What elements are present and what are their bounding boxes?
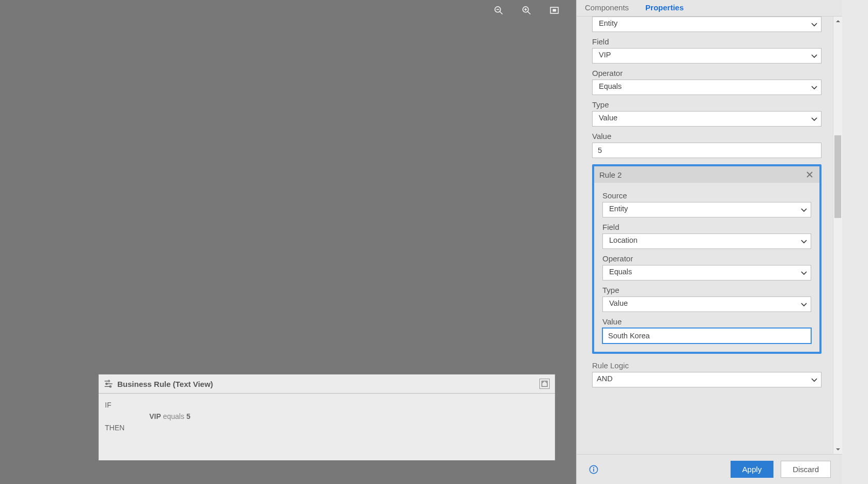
svg-point-19: [593, 467, 594, 468]
rule2-operator-select[interactable]: Equals: [602, 265, 811, 280]
condition-line: VIP equals 5: [149, 412, 549, 420]
side-panel: Components Properties Entity Field VIP O…: [576, 0, 842, 484]
rule-logic-value: AND: [597, 374, 613, 383]
then-keyword: THEN: [105, 424, 125, 432]
canvas-toolbar: [492, 4, 561, 17]
designer-canvas[interactable]: Business Rule (Text View) IF VIP equals …: [0, 0, 576, 484]
rule2-operator-label: Operator: [602, 254, 811, 263]
discard-button[interactable]: Discard: [781, 461, 831, 478]
business-rule-text-view-panel: Business Rule (Text View) IF VIP equals …: [98, 374, 555, 461]
tab-properties[interactable]: Properties: [637, 0, 692, 16]
rule2-remove-button[interactable]: [805, 170, 814, 179]
expand-text-view-button[interactable]: [539, 379, 550, 389]
scrollbar-thumb[interactable]: [834, 135, 841, 218]
rule1-type-value: Value: [599, 114, 617, 122]
rule1-source-select[interactable]: Entity: [592, 17, 822, 32]
rule2-field-select[interactable]: Location: [602, 233, 811, 249]
rule1-field-value: VIP: [599, 51, 611, 59]
rule2-type-value: Value: [609, 299, 628, 307]
business-rule-icon: [104, 379, 113, 388]
rule2-header: Rule 2: [594, 166, 819, 183]
fit-to-screen-button[interactable]: [548, 4, 561, 17]
properties-footer: Apply Discard: [577, 454, 842, 484]
zoom-in-icon: [521, 5, 532, 15]
rule1-field-select[interactable]: VIP: [592, 48, 822, 64]
svg-line-1: [500, 12, 503, 14]
rule2-source-select[interactable]: Entity: [602, 202, 811, 217]
text-view-header: Business Rule (Text View): [99, 374, 555, 394]
svg-rect-20: [593, 469, 594, 471]
scrollbar-down-button[interactable]: [833, 445, 842, 454]
apply-button[interactable]: Apply: [731, 461, 774, 478]
svg-line-4: [528, 12, 531, 14]
rule2-type-select[interactable]: Value: [602, 296, 811, 312]
fit-screen-icon: [549, 5, 560, 15]
rule1-value-input[interactable]: [592, 143, 822, 158]
properties-scrollbar[interactable]: [833, 17, 842, 454]
rule1-type-select[interactable]: Value: [592, 111, 822, 127]
rule2-source-label: Source: [602, 191, 811, 200]
rule2-source-value: Entity: [609, 205, 628, 213]
info-icon[interactable]: [589, 465, 598, 474]
rule2-value-input[interactable]: [602, 328, 811, 344]
zoom-out-icon: [493, 5, 504, 15]
rule1-operator-value: Equals: [599, 82, 622, 90]
zoom-in-button[interactable]: [520, 4, 533, 17]
chevron-down-icon: [835, 448, 841, 451]
rule2-field-label: Field: [602, 223, 811, 231]
svg-point-10: [108, 380, 110, 382]
rule2-title: Rule 2: [599, 170, 622, 179]
rule2-card: Rule 2 Source Entity Field Loc: [592, 164, 822, 354]
if-keyword: IF: [105, 401, 111, 409]
rule1-source-value: Entity: [599, 19, 617, 27]
scrollbar-up-button[interactable]: [833, 17, 842, 26]
close-icon: [806, 171, 813, 178]
rule-logic-label: Rule Logic: [592, 361, 822, 370]
window-frame-strip: [842, 0, 868, 484]
svg-rect-8: [553, 9, 556, 12]
properties-content: Entity Field VIP Operator Equals Type Va…: [577, 17, 833, 454]
rule-logic-select[interactable]: AND: [592, 372, 822, 387]
text-view-title: Business Rule (Text View): [117, 380, 213, 388]
rule1-operator-select[interactable]: Equals: [592, 80, 822, 95]
rule2-value-label: Value: [602, 317, 811, 326]
cond-value: 5: [187, 412, 191, 420]
rule1-operator-label: Operator: [592, 69, 822, 77]
zoom-out-button[interactable]: [492, 4, 505, 17]
side-tabs: Components Properties: [577, 0, 842, 17]
rule2-field-value: Location: [609, 236, 638, 244]
tab-components[interactable]: Components: [577, 0, 637, 16]
cond-operator: equals: [163, 412, 184, 420]
rule2-type-label: Type: [602, 286, 811, 294]
cond-field: VIP: [149, 412, 161, 420]
text-view-body: IF VIP equals 5 THEN: [99, 394, 555, 442]
properties-scroll-area: Entity Field VIP Operator Equals Type Va…: [577, 17, 842, 454]
rule1-value-label: Value: [592, 132, 822, 140]
rule1-field-label: Field: [592, 37, 822, 46]
expand-icon: [541, 381, 548, 387]
rule2-operator-value: Equals: [609, 268, 632, 276]
chevron-up-icon: [835, 20, 841, 23]
rule1-type-label: Type: [592, 100, 822, 109]
